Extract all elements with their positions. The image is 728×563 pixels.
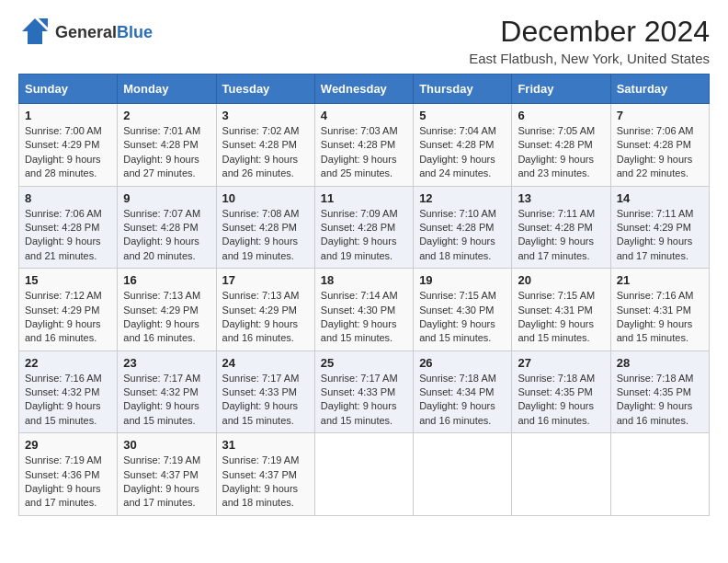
- header-wednesday: Wednesday: [314, 75, 413, 104]
- calendar-header-row: SundayMondayTuesdayWednesdayThursdayFrid…: [19, 75, 710, 104]
- day-info: Sunrise: 7:05 AMSunset: 4:28 PMDaylight:…: [518, 124, 604, 181]
- day-number: 24: [222, 356, 309, 370]
- day-cell-15: 15Sunrise: 7:12 AMSunset: 4:29 PMDayligh…: [19, 269, 118, 351]
- day-cell-9: 9Sunrise: 7:07 AMSunset: 4:28 PMDaylight…: [118, 186, 216, 269]
- header: General Blue December 2024 East Flatbush…: [18, 15, 710, 66]
- day-number: 10: [222, 191, 309, 205]
- day-info: Sunrise: 7:11 AMSunset: 4:29 PMDaylight:…: [617, 207, 703, 264]
- day-cell-30: 30Sunrise: 7:19 AMSunset: 4:37 PMDayligh…: [118, 433, 216, 516]
- day-cell-10: 10Sunrise: 7:08 AMSunset: 4:28 PMDayligh…: [216, 186, 314, 269]
- day-info: Sunrise: 7:16 AMSunset: 4:31 PMDaylight:…: [617, 289, 703, 346]
- day-cell-29: 29Sunrise: 7:19 AMSunset: 4:36 PMDayligh…: [19, 433, 118, 516]
- day-cell-21: 21Sunrise: 7:16 AMSunset: 4:31 PMDayligh…: [610, 269, 709, 351]
- logo: General Blue: [18, 15, 153, 52]
- logo-general: General: [55, 24, 117, 42]
- day-info: Sunrise: 7:14 AMSunset: 4:30 PMDaylight:…: [321, 289, 407, 346]
- day-number: 21: [617, 273, 703, 287]
- day-number: 13: [518, 191, 604, 205]
- day-cell-18: 18Sunrise: 7:14 AMSunset: 4:30 PMDayligh…: [314, 269, 413, 351]
- day-info: Sunrise: 7:18 AMSunset: 4:35 PMDaylight:…: [617, 372, 703, 429]
- day-cell-31: 31Sunrise: 7:19 AMSunset: 4:37 PMDayligh…: [216, 433, 314, 516]
- day-number: 20: [518, 273, 604, 287]
- day-info: Sunrise: 7:00 AMSunset: 4:29 PMDaylight:…: [25, 124, 111, 181]
- day-cell-5: 5Sunrise: 7:04 AMSunset: 4:28 PMDaylight…: [414, 104, 512, 187]
- day-number: 16: [123, 273, 210, 287]
- day-number: 1: [25, 109, 111, 122]
- day-info: Sunrise: 7:19 AMSunset: 4:37 PMDaylight:…: [222, 454, 309, 511]
- day-cell-13: 13Sunrise: 7:11 AMSunset: 4:28 PMDayligh…: [512, 186, 610, 269]
- day-cell-22: 22Sunrise: 7:16 AMSunset: 4:32 PMDayligh…: [19, 350, 118, 433]
- day-info: Sunrise: 7:15 AMSunset: 4:30 PMDaylight:…: [419, 289, 506, 346]
- day-cell-24: 24Sunrise: 7:17 AMSunset: 4:33 PMDayligh…: [216, 350, 314, 433]
- header-saturday: Saturday: [610, 75, 709, 104]
- day-number: 30: [123, 438, 210, 452]
- day-number: 7: [617, 109, 703, 122]
- day-number: 9: [123, 191, 210, 205]
- day-cell-11: 11Sunrise: 7:09 AMSunset: 4:28 PMDayligh…: [314, 186, 413, 269]
- day-number: 19: [419, 273, 506, 287]
- day-number: 11: [321, 191, 407, 205]
- day-cell-19: 19Sunrise: 7:15 AMSunset: 4:30 PMDayligh…: [414, 269, 512, 351]
- day-number: 27: [518, 356, 604, 370]
- header-friday: Friday: [512, 75, 610, 104]
- empty-cell: [414, 433, 512, 516]
- day-cell-2: 2Sunrise: 7:01 AMSunset: 4:28 PMDaylight…: [118, 104, 216, 187]
- day-number: 25: [321, 356, 407, 370]
- day-cell-28: 28Sunrise: 7:18 AMSunset: 4:35 PMDayligh…: [610, 350, 709, 433]
- day-info: Sunrise: 7:09 AMSunset: 4:28 PMDaylight:…: [321, 207, 407, 264]
- day-info: Sunrise: 7:13 AMSunset: 4:29 PMDaylight:…: [123, 289, 210, 346]
- day-cell-27: 27Sunrise: 7:18 AMSunset: 4:35 PMDayligh…: [512, 350, 610, 433]
- day-cell-8: 8Sunrise: 7:06 AMSunset: 4:28 PMDaylight…: [19, 186, 118, 269]
- day-info: Sunrise: 7:17 AMSunset: 4:33 PMDaylight:…: [321, 372, 407, 429]
- day-number: 8: [25, 191, 111, 205]
- day-info: Sunrise: 7:19 AMSunset: 4:36 PMDaylight:…: [25, 454, 111, 511]
- empty-cell: [314, 433, 413, 516]
- header-tuesday: Tuesday: [216, 75, 314, 104]
- day-number: 26: [419, 356, 506, 370]
- calendar-week-3: 15Sunrise: 7:12 AMSunset: 4:29 PMDayligh…: [19, 269, 710, 351]
- day-number: 5: [419, 109, 506, 122]
- day-number: 23: [123, 356, 210, 370]
- day-number: 2: [123, 109, 210, 122]
- day-info: Sunrise: 7:11 AMSunset: 4:28 PMDaylight:…: [518, 207, 604, 264]
- day-info: Sunrise: 7:02 AMSunset: 4:28 PMDaylight:…: [222, 124, 309, 181]
- day-number: 4: [321, 109, 407, 122]
- day-cell-3: 3Sunrise: 7:02 AMSunset: 4:28 PMDaylight…: [216, 104, 314, 187]
- day-cell-6: 6Sunrise: 7:05 AMSunset: 4:28 PMDaylight…: [512, 104, 610, 187]
- logo-icon: [18, 15, 51, 52]
- calendar-week-1: 1Sunrise: 7:00 AMSunset: 4:29 PMDaylight…: [19, 104, 710, 187]
- day-cell-16: 16Sunrise: 7:13 AMSunset: 4:29 PMDayligh…: [118, 269, 216, 351]
- day-number: 14: [617, 191, 703, 205]
- day-cell-12: 12Sunrise: 7:10 AMSunset: 4:28 PMDayligh…: [414, 186, 512, 269]
- day-number: 22: [25, 356, 111, 370]
- day-info: Sunrise: 7:10 AMSunset: 4:28 PMDaylight:…: [419, 207, 506, 264]
- day-cell-25: 25Sunrise: 7:17 AMSunset: 4:33 PMDayligh…: [314, 350, 413, 433]
- day-cell-1: 1Sunrise: 7:00 AMSunset: 4:29 PMDaylight…: [19, 104, 118, 187]
- title-area: December 2024 East Flatbush, New York, U…: [469, 15, 710, 66]
- day-number: 28: [617, 356, 703, 370]
- calendar-week-4: 22Sunrise: 7:16 AMSunset: 4:32 PMDayligh…: [19, 350, 710, 433]
- day-cell-17: 17Sunrise: 7:13 AMSunset: 4:29 PMDayligh…: [216, 269, 314, 351]
- day-number: 3: [222, 109, 309, 122]
- empty-cell: [610, 433, 709, 516]
- day-info: Sunrise: 7:17 AMSunset: 4:32 PMDaylight:…: [123, 372, 210, 429]
- day-info: Sunrise: 7:12 AMSunset: 4:29 PMDaylight:…: [25, 289, 111, 346]
- day-info: Sunrise: 7:08 AMSunset: 4:28 PMDaylight:…: [222, 207, 309, 264]
- day-info: Sunrise: 7:13 AMSunset: 4:29 PMDaylight:…: [222, 289, 309, 346]
- day-cell-4: 4Sunrise: 7:03 AMSunset: 4:28 PMDaylight…: [314, 104, 413, 187]
- day-number: 12: [419, 191, 506, 205]
- day-cell-23: 23Sunrise: 7:17 AMSunset: 4:32 PMDayligh…: [118, 350, 216, 433]
- day-cell-26: 26Sunrise: 7:18 AMSunset: 4:34 PMDayligh…: [414, 350, 512, 433]
- calendar-table: SundayMondayTuesdayWednesdayThursdayFrid…: [18, 74, 710, 516]
- page-title: December 2024: [469, 15, 710, 49]
- day-info: Sunrise: 7:15 AMSunset: 4:31 PMDaylight:…: [518, 289, 604, 346]
- day-info: Sunrise: 7:07 AMSunset: 4:28 PMDaylight:…: [123, 207, 210, 264]
- day-number: 18: [321, 273, 407, 287]
- logo-blue: Blue: [117, 24, 153, 42]
- day-info: Sunrise: 7:06 AMSunset: 4:28 PMDaylight:…: [617, 124, 703, 181]
- day-number: 29: [25, 438, 111, 452]
- day-info: Sunrise: 7:04 AMSunset: 4:28 PMDaylight:…: [419, 124, 506, 181]
- day-number: 15: [25, 273, 111, 287]
- day-info: Sunrise: 7:18 AMSunset: 4:35 PMDaylight:…: [518, 372, 604, 429]
- empty-cell: [512, 433, 610, 516]
